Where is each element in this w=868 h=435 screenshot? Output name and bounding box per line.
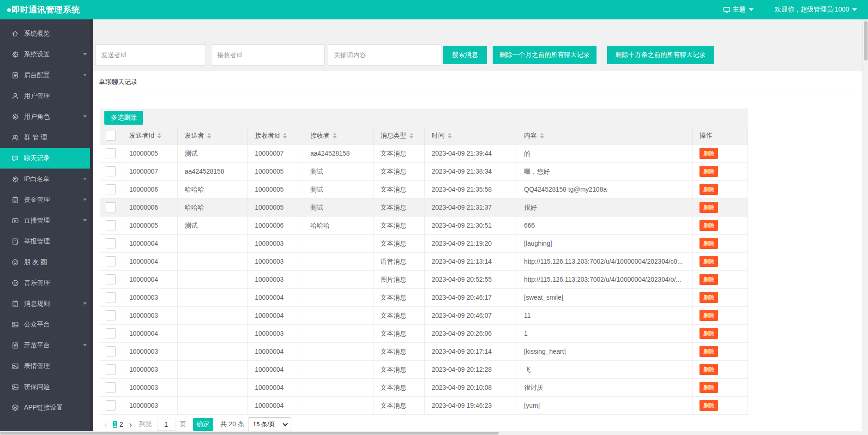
sidebar-item-5[interactable]: 群 管 理 [0,127,93,148]
row-checkbox[interactable] [106,364,116,375]
page-number-1[interactable]: 1 [113,421,117,428]
table-row-8: 1000000310000004文本消息2023-04-09 20:46:17[… [100,289,748,307]
row-checkbox[interactable] [106,238,116,248]
page-size-value: 15 条/页 [253,420,275,429]
smiley-icon [11,258,19,266]
row-checkbox[interactable] [106,256,116,266]
sidebar-item-3[interactable]: 用户管理 [0,85,93,106]
sidebar-item-1[interactable]: 系统设置 [0,44,93,65]
delete-row-button[interactable]: 删除 [699,238,718,249]
delete-100k-old-button[interactable]: 删除十万条之前的所有聊天记录 [607,46,714,64]
delete-row-button[interactable]: 删除 [699,364,718,375]
form-icon [11,71,19,79]
delete-month-old-button[interactable]: 删除一个月之前的所有聊天记录 [493,46,597,64]
column-header-6[interactable]: 内容 [517,127,693,144]
sidebar-item-16[interactable]: 表情管理 [0,356,93,376]
row-checkbox[interactable] [106,382,116,393]
sort-icon [333,133,337,139]
cell-time: 2023-04-09 20:46:17 [425,289,517,306]
horizontal-scrollbar[interactable] [0,431,862,435]
column-header-0[interactable]: 发送者Id [122,127,178,144]
goto-page-input[interactable] [157,418,175,431]
user-dropdown[interactable]: 欢迎你，超级管理员:1000 [775,0,857,19]
sidebar-item-17[interactable]: 密保问题 [0,376,93,397]
row-checkbox[interactable] [106,220,116,230]
cell-content: http://115.126.113.203:7002/u/4/10000004… [517,271,693,288]
row-checkbox[interactable] [106,346,116,356]
delete-row-button[interactable]: 删除 [699,184,718,195]
sidebar-item-4[interactable]: 用户角色 [0,106,93,127]
sidebar-item-label: IP白名单 [24,175,49,183]
delete-row-button[interactable]: 删除 [699,256,718,267]
row-checkbox[interactable] [106,148,116,158]
cell-sender-id: 10000003 [122,361,178,378]
sidebar-item-label: 开放平台 [24,341,50,350]
column-header-1[interactable]: 发送者 [178,127,248,144]
cell-sender: 测试 [178,145,248,162]
sidebar-item-7[interactable]: IP白名单 [0,169,93,189]
sidebar-item-8[interactable]: 资金管理 [0,189,93,210]
keyword-input[interactable] [328,44,441,66]
video-icon [11,217,19,225]
delete-row-button[interactable]: 删除 [699,220,718,231]
column-header-4[interactable]: 消息类型 [374,127,425,144]
row-checkbox[interactable] [106,400,116,411]
row-checkbox[interactable] [106,292,116,302]
table-row-13: 1000000310000004文本消息2023-04-09 20:10:08很… [100,379,748,397]
delete-row-button[interactable]: 删除 [699,382,718,393]
sidebar-scrollbar[interactable] [90,19,93,431]
delete-row-button[interactable]: 删除 [699,346,718,357]
cell-sender-id: 10000006 [122,181,178,198]
vertical-scrollbar[interactable] [862,19,868,431]
search-messages-button[interactable]: 搜索消息 [443,46,487,64]
sidebar-item-14[interactable]: 公众平台 [0,314,93,335]
goto-confirm-button[interactable]: 确定 [193,418,213,431]
delete-row-button[interactable]: 删除 [699,202,718,213]
column-header-5[interactable]: 时间 [425,127,517,144]
page-size-select[interactable]: 15 条/页 [248,417,291,431]
cell-message-type: 文本消息 [374,217,425,234]
sidebar-item-0[interactable]: 系统概览 [0,23,93,44]
delete-row-button[interactable]: 删除 [699,292,718,303]
receiver-id-input[interactable] [211,44,325,66]
delete-row-button[interactable]: 删除 [699,274,718,285]
app-window: ●即时通讯管理系统 主题 欢迎你，超级管理员:1000 系统概览系统设置后台配置… [0,0,868,435]
sidebar-item-9[interactable]: 直播管理 [0,210,93,231]
delete-row-button[interactable]: 删除 [699,328,718,339]
sidebar-item-18[interactable]: APP链接设置 [0,397,93,418]
row-checkbox[interactable] [106,310,116,320]
cell-actions: 删除 [693,163,748,180]
delete-row-button[interactable]: 删除 [699,166,718,177]
delete-row-button[interactable]: 删除 [699,310,718,321]
page-number-2[interactable]: 2 [120,421,123,428]
prev-page-icon[interactable]: ‹ [100,418,112,431]
row-select-cell [100,325,122,342]
delete-row-button[interactable]: 删除 [699,148,718,159]
select-all-checkbox[interactable] [106,131,116,141]
vertical-scrollbar-thumb[interactable] [864,21,868,60]
sidebar-item-11[interactable]: 朋 友 圈 [0,252,93,272]
multi-delete-button[interactable]: 多选删除 [104,111,143,125]
delete-row-button[interactable]: 删除 [699,400,718,411]
sidebar-item-10[interactable]: ?举报管理 [0,231,93,252]
row-checkbox[interactable] [106,202,116,212]
sidebar-item-13[interactable]: 消息规则 [0,293,93,314]
sidebar-item-6[interactable]: 聊天记录 [0,148,93,169]
chevron-down-icon [83,74,87,76]
column-header-3[interactable]: 接收者 [303,127,374,144]
row-checkbox[interactable] [106,166,116,176]
cell-sender [178,235,248,252]
horizontal-scrollbar-thumb[interactable] [0,432,499,435]
row-checkbox[interactable] [106,274,116,284]
theme-dropdown[interactable]: 主题 [723,0,753,19]
gear-icon [11,175,19,183]
sidebar-item-12[interactable]: 音乐管理 [0,272,93,293]
sidebar-item-15[interactable]: 开放平台 [0,335,93,356]
row-checkbox[interactable] [106,328,116,338]
row-checkbox[interactable] [106,184,116,194]
sender-id-input[interactable] [95,44,206,66]
column-header-2[interactable]: 接收者Id [248,127,303,144]
sidebar-item-2[interactable]: 后台配置 [0,65,93,85]
cell-actions: 删除 [693,361,748,378]
next-page-icon[interactable]: › [125,418,137,431]
